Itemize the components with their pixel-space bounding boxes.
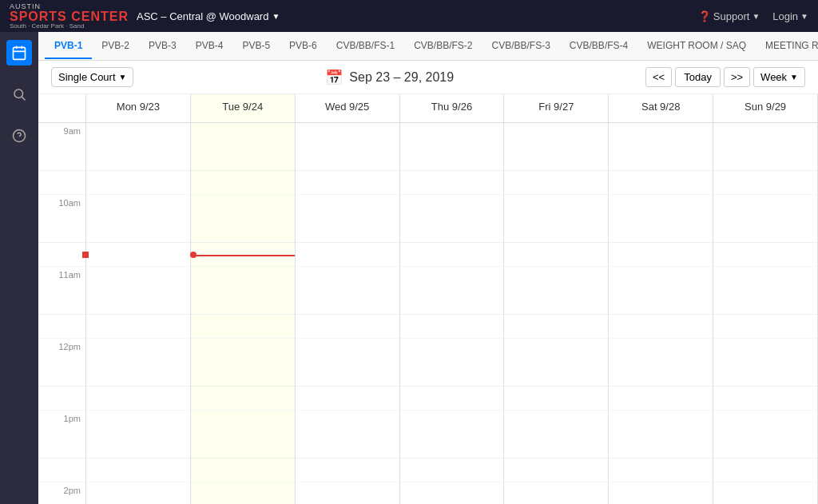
- cell-mon-9am[interactable]: [86, 123, 191, 171]
- cell-sun-9am[interactable]: [713, 123, 818, 171]
- cell-thu-12pm[interactable]: [400, 339, 505, 387]
- cell-thu-11am[interactable]: [400, 267, 505, 315]
- cell-wed-12pm[interactable]: [296, 339, 400, 387]
- cell-thu-1130am[interactable]: [400, 315, 505, 339]
- cell-tue-1030am[interactable]: [191, 243, 296, 267]
- cell-sat-1130am[interactable]: [609, 315, 713, 339]
- cell-thu-1230pm[interactable]: [400, 387, 505, 411]
- today-button[interactable]: Today: [675, 67, 721, 87]
- cell-sun-1130am[interactable]: [713, 315, 818, 339]
- cell-tue-130pm[interactable]: [191, 458, 296, 482]
- login-link[interactable]: Login ▼: [772, 10, 808, 22]
- tab-pvb4[interactable]: PVB-4: [186, 34, 233, 59]
- next-button[interactable]: >>: [724, 67, 750, 87]
- cell-fri-11am[interactable]: [504, 267, 609, 315]
- tab-weightroomsaq[interactable]: WEIGHT ROOM / SAQ: [637, 34, 756, 59]
- cell-wed-1pm[interactable]: [296, 411, 400, 458]
- cell-mon-1030am[interactable]: [86, 243, 191, 267]
- sidebar-help-icon[interactable]: [6, 123, 32, 149]
- cell-mon-12pm[interactable]: [86, 339, 191, 387]
- tab-pvb6[interactable]: PVB-6: [280, 34, 327, 59]
- week-dropdown[interactable]: Week ▼: [753, 67, 805, 87]
- cell-fri-1pm[interactable]: [504, 411, 609, 458]
- cell-mon-10am[interactable]: [86, 195, 191, 243]
- cell-mon-1230pm[interactable]: [86, 387, 191, 411]
- cell-wed-1130am[interactable]: [296, 315, 400, 339]
- cell-fri-1030am[interactable]: [504, 243, 609, 267]
- cell-mon-11am[interactable]: [86, 267, 191, 315]
- cell-thu-930am[interactable]: [400, 171, 505, 195]
- cell-sat-12pm[interactable]: [609, 339, 713, 387]
- cell-wed-2pm[interactable]: [296, 482, 400, 504]
- cell-fri-9am[interactable]: [504, 123, 609, 171]
- tab-meetingroom[interactable]: MEETING ROOM: [756, 34, 818, 59]
- tab-cvbbbfs3[interactable]: CVB/BB/FS-3: [482, 34, 560, 59]
- cell-tue-930am[interactable]: [191, 171, 296, 195]
- tab-pvb1[interactable]: PVB-1: [45, 34, 92, 59]
- prev-button[interactable]: <<: [645, 67, 672, 87]
- cell-wed-130pm[interactable]: [296, 458, 400, 482]
- cell-sat-1pm[interactable]: [609, 411, 713, 458]
- cell-tue-1230pm[interactable]: [191, 387, 296, 411]
- cell-fri-930am[interactable]: [504, 171, 609, 195]
- cell-sat-11am[interactable]: [609, 267, 713, 315]
- cell-sun-1030am[interactable]: [713, 243, 818, 267]
- cell-mon-2pm[interactable]: [86, 482, 191, 504]
- cell-thu-10am[interactable]: [400, 195, 505, 243]
- cell-tue-1130am[interactable]: [191, 315, 296, 339]
- cell-sat-1030am[interactable]: [609, 243, 713, 267]
- cell-thu-1030am[interactable]: [400, 243, 505, 267]
- cell-tue-11am[interactable]: [191, 267, 296, 315]
- cell-sat-2pm[interactable]: [609, 482, 713, 504]
- cell-sat-10am[interactable]: [609, 195, 713, 243]
- cell-fri-12pm[interactable]: [504, 339, 609, 387]
- cell-wed-930am[interactable]: [296, 171, 400, 195]
- cell-mon-930am[interactable]: [86, 171, 191, 195]
- cell-fri-1130am[interactable]: [504, 315, 609, 339]
- cell-sat-1230pm[interactable]: [609, 387, 713, 411]
- cell-sat-9am[interactable]: [609, 123, 713, 171]
- cell-fri-130pm[interactable]: [504, 458, 609, 482]
- cell-sun-930am[interactable]: [713, 171, 818, 195]
- sidebar-calendar-icon[interactable]: [6, 40, 32, 65]
- cell-wed-9am[interactable]: [296, 123, 400, 171]
- tab-cvbbbfs2[interactable]: CVB/BB/FS-2: [404, 34, 482, 59]
- cell-thu-9am[interactable]: [400, 123, 505, 171]
- cell-thu-2pm[interactable]: [400, 482, 505, 504]
- cell-wed-10am[interactable]: [296, 195, 400, 243]
- cell-tue-10am[interactable]: [191, 195, 296, 243]
- tab-cvbbbfs4[interactable]: CVB/BB/FS-4: [560, 34, 637, 59]
- cell-mon-130pm[interactable]: [86, 458, 191, 482]
- cell-sat-930am[interactable]: [609, 171, 713, 195]
- tab-cvbbbfs1[interactable]: CVB/BB/FS-1: [327, 34, 404, 59]
- cell-wed-11am[interactable]: [296, 267, 400, 315]
- cell-sun-2pm[interactable]: [713, 482, 818, 504]
- cell-sat-130pm[interactable]: [609, 458, 713, 482]
- cell-sun-10am[interactable]: [713, 195, 818, 243]
- cell-sun-11am[interactable]: [713, 267, 818, 315]
- cell-tue-1pm[interactable]: [191, 411, 296, 458]
- cell-fri-1230pm[interactable]: [504, 387, 609, 411]
- cell-thu-130pm[interactable]: [400, 458, 505, 482]
- cell-tue-2pm[interactable]: [191, 482, 296, 504]
- cell-sun-130pm[interactable]: [713, 458, 818, 482]
- tab-pvb3[interactable]: PVB-3: [139, 34, 186, 59]
- cell-tue-12pm[interactable]: [191, 339, 296, 387]
- tab-pvb5[interactable]: PVB-5: [232, 34, 280, 59]
- cell-sun-1pm[interactable]: [713, 411, 818, 458]
- cell-fri-2pm[interactable]: [504, 482, 609, 504]
- cell-wed-1230pm[interactable]: [296, 387, 400, 411]
- cell-sun-12pm[interactable]: [713, 339, 818, 387]
- cell-mon-1pm[interactable]: [86, 411, 191, 458]
- cell-wed-1030am[interactable]: [296, 243, 400, 267]
- cell-thu-1pm[interactable]: [400, 411, 505, 458]
- tab-pvb2[interactable]: PVB-2: [92, 34, 139, 59]
- location-dropdown[interactable]: ASC – Central @ Woodward ▼: [137, 10, 280, 22]
- cell-mon-1130am[interactable]: [86, 315, 191, 339]
- support-link[interactable]: ❓ Support ▼: [698, 10, 760, 22]
- cell-tue-9am[interactable]: [191, 123, 296, 171]
- cell-fri-10am[interactable]: [504, 195, 609, 243]
- sidebar-search-icon[interactable]: [6, 81, 32, 107]
- view-dropdown[interactable]: Single Court ▼: [51, 67, 133, 87]
- cell-sun-1230pm[interactable]: [713, 387, 818, 411]
